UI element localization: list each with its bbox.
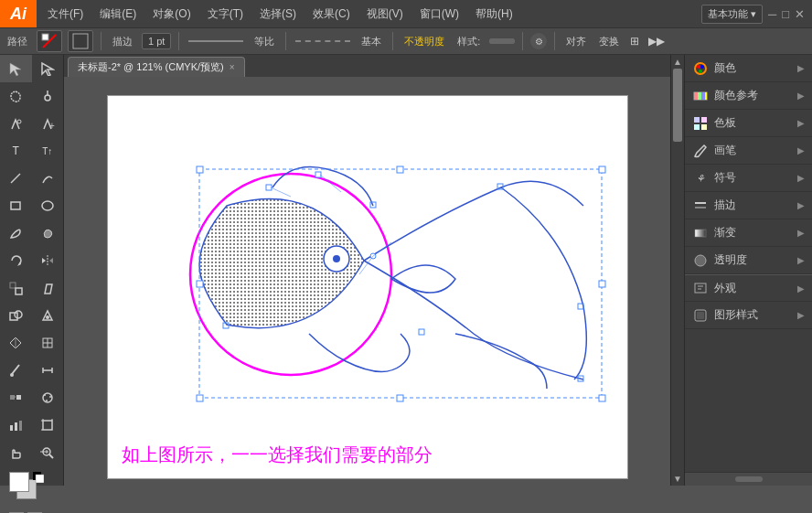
tab-close-btn[interactable]: ×: [230, 62, 235, 72]
ellipse-tool[interactable]: [32, 192, 64, 219]
blob-brush-tool[interactable]: [32, 219, 64, 247]
magic-wand-tool[interactable]: [32, 82, 64, 110]
graph-tool[interactable]: [0, 411, 32, 439]
svg-point-9: [42, 201, 53, 210]
menu-effects[interactable]: 效果(C): [305, 3, 358, 26]
panel-color-ref[interactable]: 颜色参考 ▶: [685, 82, 812, 110]
menu-file[interactable]: 文件(F): [40, 3, 91, 26]
panel-swatches[interactable]: 色板 ▶: [685, 110, 812, 137]
canvas-wrapper[interactable]: 如上图所示，一一选择我们需要的部分: [64, 77, 670, 486]
fill-mode[interactable]: [68, 30, 93, 52]
opacity-label[interactable]: 不透明度: [401, 35, 448, 48]
vertical-scrollbar[interactable]: ▲ ▼: [670, 55, 684, 486]
lower-tail-curve[interactable]: [364, 261, 583, 379]
menu-window[interactable]: 窗口(W): [412, 3, 466, 26]
menu-view[interactable]: 视图(V): [359, 3, 411, 26]
handle-mr[interactable]: [599, 281, 605, 287]
menu-edit[interactable]: 编辑(E): [92, 3, 144, 26]
menu-select[interactable]: 选择(S): [252, 3, 304, 26]
reflect-tool[interactable]: [32, 247, 64, 274]
panel-gradient[interactable]: 渐变 ▶: [685, 219, 812, 247]
menu-text[interactable]: 文字(T): [200, 3, 251, 26]
panel-symbol[interactable]: ⚘ 符号 ▶: [685, 165, 812, 192]
svg-rect-71: [695, 230, 706, 237]
fg-color-swatch[interactable]: [9, 472, 29, 492]
svg-marker-14: [45, 284, 52, 294]
handle-ml[interactable]: [197, 281, 203, 287]
stroke-icon: [692, 198, 709, 214]
panel-color[interactable]: 颜色 ▶: [685, 55, 812, 82]
brush-tool[interactable]: [0, 219, 32, 247]
panel-stroke[interactable]: 描边 ▶: [685, 192, 812, 219]
handle-tr[interactable]: [599, 166, 605, 173]
panel-opacity[interactable]: 透明度 ▶: [685, 247, 812, 274]
panel-toggle-icon[interactable]: ▶▶: [648, 35, 665, 48]
handle-tm[interactable]: [397, 166, 403, 173]
workspace-selector[interactable]: 基本功能 ▾: [701, 5, 763, 24]
canvas-area: 未标题-2* @ 121% (CMYK/预览) ×: [64, 55, 670, 486]
pen-tool[interactable]: [0, 110, 32, 137]
stroke-color-picker[interactable]: [37, 30, 62, 52]
mesh-tool[interactable]: [32, 329, 64, 357]
shear-tool[interactable]: [32, 274, 64, 302]
close-btn[interactable]: ✕: [795, 7, 805, 21]
symbol-label: 符号: [714, 170, 736, 186]
symbol-spray-tool[interactable]: [32, 384, 64, 411]
handle-bl[interactable]: [197, 395, 203, 401]
sep6: [554, 32, 555, 50]
menu-help[interactable]: 帮助(H): [468, 3, 520, 26]
scroll-up-btn[interactable]: ▲: [671, 55, 685, 69]
main-area: + T T↑: [0, 55, 812, 486]
measure-tool[interactable]: [32, 357, 64, 384]
menu-object[interactable]: 对象(O): [145, 3, 198, 26]
line-tool[interactable]: [0, 165, 32, 192]
ratio-label: 等比: [251, 35, 278, 48]
style-picker[interactable]: [489, 38, 515, 44]
type-tool[interactable]: T: [0, 137, 32, 165]
scroll-down-btn[interactable]: ▼: [671, 472, 685, 486]
opacity-arrow: ▶: [797, 255, 805, 265]
lasso-tool[interactable]: [0, 82, 32, 110]
live-paint-tool[interactable]: [32, 302, 64, 329]
document-tab[interactable]: 未标题-2* @ 121% (CMYK/预览) ×: [68, 57, 245, 77]
rect-tool[interactable]: [0, 192, 32, 219]
handle-bm[interactable]: [397, 395, 403, 401]
artboard-tool[interactable]: [32, 411, 64, 439]
rotate-tool[interactable]: [0, 247, 32, 274]
arrange-icon[interactable]: ⊞: [630, 35, 639, 48]
small-loop-path[interactable]: [391, 265, 455, 293]
sep2: [178, 32, 179, 50]
lower-loop[interactable]: [309, 334, 410, 371]
document-settings[interactable]: ⚙: [530, 33, 547, 49]
add-anchor-tool[interactable]: +: [32, 110, 64, 137]
panel-graphstyle[interactable]: 图形样式 ▶: [685, 302, 812, 329]
handle-tl[interactable]: [197, 166, 203, 173]
perspective-grid-tool[interactable]: [0, 329, 32, 357]
minimize-btn[interactable]: ─: [768, 7, 776, 21]
shape-builder-tool[interactable]: [0, 302, 32, 329]
scale-tool[interactable]: [0, 274, 32, 302]
panel-appear[interactable]: 外观 ▶: [685, 274, 812, 302]
anchor-6[interactable]: [419, 329, 424, 335]
gradient-label: 渐变: [714, 225, 736, 240]
zoom-tool[interactable]: [32, 439, 64, 466]
arc-tool[interactable]: [32, 165, 64, 192]
bottom-right-curve[interactable]: [455, 334, 547, 389]
upper-tail-curve[interactable]: [364, 181, 583, 261]
direct-select-tool[interactable]: [32, 55, 64, 82]
selection-tool[interactable]: [0, 55, 32, 82]
scroll-track[interactable]: [671, 69, 684, 472]
stroke-line-style[interactable]: [188, 40, 243, 42]
blend-tool[interactable]: [0, 384, 32, 411]
panel-brush[interactable]: 画笔 ▶: [685, 137, 812, 165]
handle-br[interactable]: [599, 395, 605, 401]
hand-tool[interactable]: [0, 439, 32, 466]
eyedropper-tool[interactable]: [0, 357, 32, 384]
dash-line-style[interactable]: [295, 40, 350, 42]
maximize-btn[interactable]: □: [782, 7, 789, 21]
scroll-thumb[interactable]: [673, 69, 682, 142]
right-curve[interactable]: [501, 187, 586, 379]
default-colors-icon[interactable]: [33, 472, 44, 486]
stroke-weight-input[interactable]: 1 pt: [142, 33, 171, 49]
touch-type-tool[interactable]: T↑: [32, 137, 64, 165]
